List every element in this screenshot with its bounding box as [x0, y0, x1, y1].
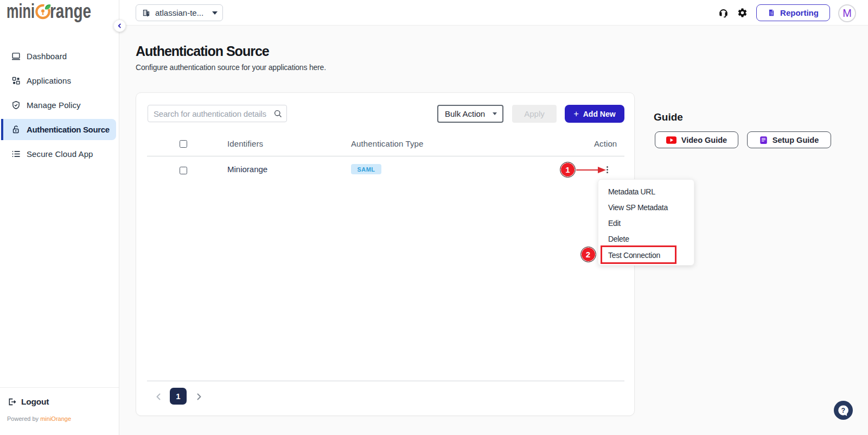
- svg-text:mini: mini: [7, 0, 35, 22]
- svg-text:range: range: [50, 0, 91, 22]
- svg-text:?: ?: [841, 407, 846, 414]
